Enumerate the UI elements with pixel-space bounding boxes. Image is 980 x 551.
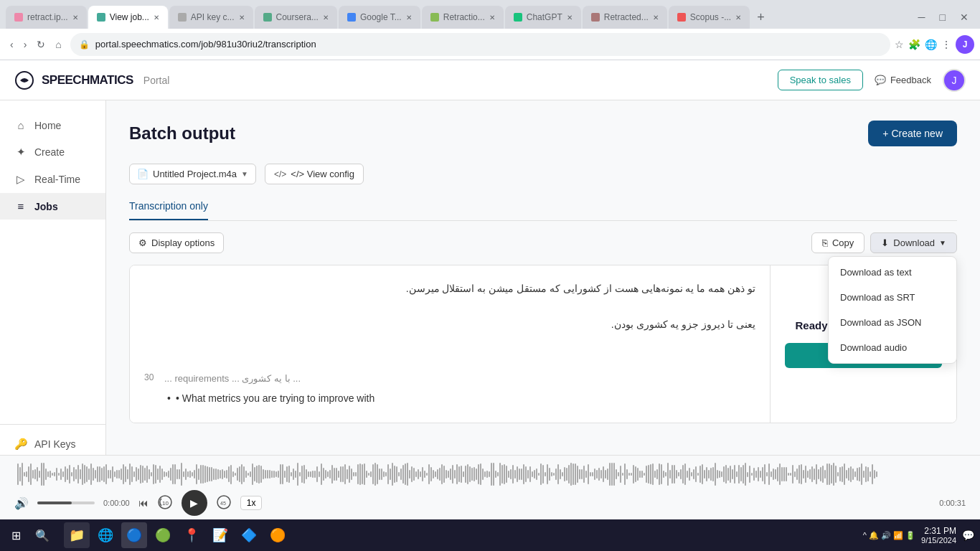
tab-close-chatgpt[interactable]: ✕ (567, 14, 573, 22)
menu-icon[interactable]: ⋮ (941, 39, 951, 50)
browser-tab-apikey[interactable]: API key c... ✕ (169, 6, 253, 29)
taskbar-icon-word[interactable]: 📝 (207, 522, 233, 548)
create-new-button[interactable]: + Create new (868, 121, 957, 146)
wave-bar (441, 464, 443, 484)
wave-bar (239, 466, 240, 483)
tab-transcription-only[interactable]: Transcription only (129, 193, 208, 220)
tab-close-scopus[interactable]: ✕ (735, 14, 741, 22)
browser-tab-retracted[interactable]: Retracted... ✕ (583, 6, 667, 29)
taskbar-icon-edge[interactable]: 🔵 (121, 522, 147, 548)
home-button[interactable]: ⌂ (51, 36, 65, 53)
tab-close-retracted[interactable]: ✕ (653, 14, 659, 22)
download-as-json-item[interactable]: Download as JSON (829, 310, 956, 335)
browser-tab-retract[interactable]: retract.ip... ✕ (6, 6, 87, 29)
taskbar-icon-chrome[interactable]: 🌐 (93, 522, 118, 548)
new-tab-button[interactable]: + (751, 10, 771, 25)
browser-tab-retraction[interactable]: Retractio... ✕ (422, 6, 504, 29)
wave-bar (684, 463, 686, 484)
file-toolbar: 📄 Untitled Project.m4a ▼ </> </> View co… (129, 164, 957, 184)
wave-bar (418, 469, 419, 479)
wave-bar (624, 463, 626, 484)
wave-bar (351, 468, 352, 480)
notification-button[interactable]: 💬 (962, 529, 974, 541)
skip-to-start-button[interactable]: ⏮ (138, 497, 149, 509)
wave-bar (400, 468, 402, 480)
browser-tab-chatgpt[interactable]: ChatGPT ✕ (505, 6, 581, 29)
download-button[interactable]: ⬇ Download ▼ (870, 232, 957, 253)
sidebar-item-apikeys[interactable]: 🔑 API Keys (0, 430, 105, 458)
volume-slider[interactable] (37, 501, 95, 504)
reload-button[interactable]: ↻ (32, 36, 50, 53)
play-button[interactable]: ▶ (182, 490, 207, 516)
wave-bar (256, 466, 258, 483)
wave-bar (215, 468, 217, 480)
url-bar[interactable]: 🔒 portal.speechmatics.com/job/981u30riu2… (70, 33, 890, 56)
wave-bar (280, 464, 281, 485)
player-controls: 🔊 0:00:00 ⏮ 10 ▶ 45 1x 0:00:31 (14, 490, 966, 516)
tab-close-google[interactable]: ✕ (406, 14, 412, 22)
wave-bar (73, 467, 75, 481)
view-config-label: </> View config (291, 169, 354, 179)
taskbar-icon-files[interactable]: 📁 (64, 522, 90, 548)
wave-bar (461, 466, 462, 484)
copy-button[interactable]: ⎘ Copy (811, 232, 864, 253)
extensions-icon[interactable]: 🧩 (908, 39, 920, 50)
edge-icon[interactable]: 🌐 (925, 39, 937, 50)
wave-bar (613, 463, 615, 486)
back-button[interactable]: ‹ (6, 36, 18, 53)
tab-close-active[interactable]: ✕ (154, 14, 159, 22)
wave-bar (628, 473, 630, 476)
wave-bar (805, 466, 806, 484)
tab-close[interactable]: ✕ (72, 14, 78, 22)
download-audio-item[interactable]: Download audio (829, 335, 956, 360)
transcription-line-2: یعنی تا دیروز جزو یه کشوری بودن. (144, 316, 755, 334)
browser-tab-coursera[interactable]: Coursera... ✕ (255, 6, 337, 29)
wave-bar (226, 470, 227, 479)
volume-button[interactable]: 🔊 (14, 496, 29, 510)
feedback-button[interactable]: 💬 Feedback (875, 75, 931, 85)
wave-bar (631, 473, 632, 476)
forward-button[interactable]: › (19, 36, 32, 53)
close-button[interactable]: ✕ (954, 11, 974, 23)
playback-speed-button[interactable]: 1x (240, 496, 263, 510)
taskbar-icon-edge2[interactable]: 🔷 (236, 522, 262, 548)
wave-bar (146, 466, 148, 484)
wave-bar (581, 469, 583, 479)
user-avatar[interactable]: J (943, 69, 966, 92)
taskbar-icon-excel[interactable]: 🟢 (150, 522, 176, 548)
wave-bar (293, 468, 294, 481)
tab-close-coursera[interactable]: ✕ (323, 14, 329, 22)
speak-to-sales-button[interactable]: Speak to sales (778, 70, 863, 90)
view-config-button[interactable]: </> </> View config (265, 164, 364, 184)
sidebar-item-realtime[interactable]: ▷ Real-Time (0, 166, 105, 193)
sidebar-item-create[interactable]: ✦ Create (0, 138, 105, 166)
wave-bar (532, 471, 533, 476)
maximize-button[interactable]: □ (934, 11, 951, 23)
browser-tab-viewjob[interactable]: View job... ✕ (88, 6, 168, 29)
wave-bar (801, 464, 802, 484)
rewind-10-button[interactable]: 10 (157, 494, 173, 512)
wave-bar (370, 471, 372, 477)
download-as-text-item[interactable]: Download as text (829, 260, 956, 285)
search-button[interactable]: 🔍 (29, 526, 55, 545)
taskbar-icon-pdf[interactable]: 🟠 (265, 522, 291, 548)
start-button[interactable]: ⊞ (6, 526, 27, 545)
wave-bar (179, 469, 180, 479)
tab-close-api[interactable]: ✕ (239, 14, 245, 22)
tab-close-retraction[interactable]: ✕ (489, 14, 495, 22)
sidebar-item-home[interactable]: ⌂ Home (0, 112, 105, 138)
minimize-button[interactable]: ─ (913, 11, 931, 23)
bookmark-icon[interactable]: ☆ (895, 39, 904, 50)
taskbar-icon-maps[interactable]: 📍 (179, 522, 204, 548)
download-as-srt-item[interactable]: Download as SRT (829, 285, 956, 310)
skip-forward-45-button[interactable]: 45 (216, 494, 232, 512)
browser-tab-google[interactable]: Google T... ✕ (339, 6, 420, 29)
file-selector[interactable]: 📄 Untitled Project.m4a ▼ (129, 164, 256, 184)
wave-bar (644, 473, 645, 476)
display-options-button[interactable]: ⚙ Display options (129, 232, 224, 253)
rewind-10-icon: 10 (157, 494, 173, 510)
browser-tab-scopus[interactable]: Scopus -... ✕ (669, 6, 750, 29)
url-text: portal.speechmatics.com/job/981u30riu2/t… (95, 39, 882, 50)
profile-avatar[interactable]: J (956, 35, 974, 54)
sidebar-item-jobs[interactable]: ≡ Jobs (0, 193, 105, 220)
